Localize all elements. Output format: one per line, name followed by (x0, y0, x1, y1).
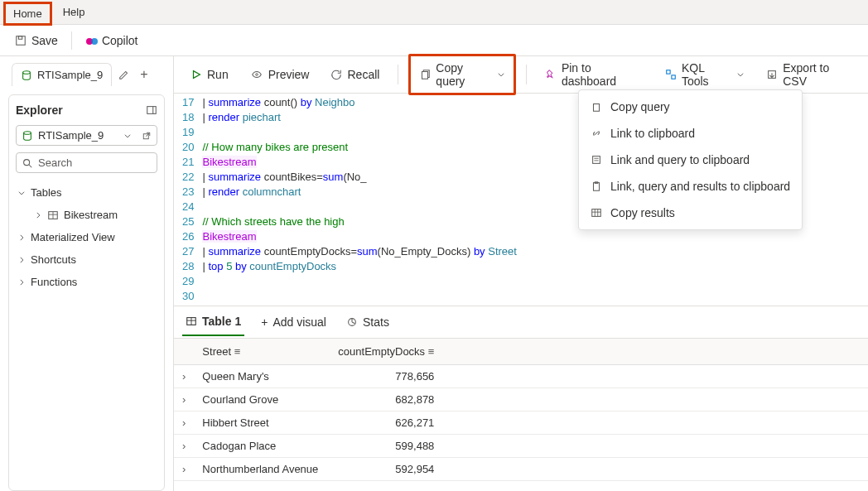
svg-line-10 (29, 164, 32, 167)
copy-query-dropdown: Copy query Link to clipboard Link and qu… (578, 89, 803, 230)
dropdown-label: Link to clipboard (610, 127, 695, 140)
dropdown-label: Copy results (610, 206, 675, 219)
external-link-icon[interactable] (142, 131, 152, 141)
link-icon (591, 128, 602, 139)
search-icon (22, 157, 33, 169)
run-button[interactable]: Run (182, 63, 237, 86)
results-tabbar: Table 1 + Add visual Stats (174, 306, 868, 339)
dropdown-label: Link, query and results to clipboard (610, 180, 790, 193)
tab-label: Table 1 (202, 315, 241, 328)
tree-tables[interactable]: Tables (16, 181, 157, 204)
dropdown-label: Link and query to clipboard (610, 153, 750, 166)
tree-functions[interactable]: Functions (16, 271, 157, 293)
pin-dashboard-button[interactable]: Pin to dashboard (537, 56, 652, 93)
svg-rect-15 (422, 72, 428, 79)
tree-shortcuts[interactable]: Shortcuts (16, 248, 157, 271)
tab-add-visual[interactable]: + Add visual (258, 309, 330, 335)
search-input[interactable]: Search (16, 152, 157, 173)
panel-collapse-icon[interactable] (146, 104, 157, 116)
dropdown-link-query[interactable]: Link and query to clipboard (579, 147, 802, 173)
copilot-label: Copilot (102, 34, 138, 47)
save-button[interactable]: Save (8, 31, 65, 51)
menu-home[interactable]: Home (3, 2, 52, 26)
export-csv-button[interactable]: Export to CSV (758, 56, 860, 93)
eye-icon (250, 69, 263, 80)
edit-tab-icon[interactable] (118, 69, 130, 80)
svg-point-7 (24, 131, 31, 134)
editor-gutter: 1718192021222324252627282930 (177, 94, 202, 306)
toolbar-separator (526, 65, 527, 84)
svg-rect-16 (667, 70, 670, 74)
toolbar-separator (398, 65, 398, 84)
explorer-tab-label: RTISample_9 (37, 69, 103, 81)
search-placeholder: Search (38, 156, 72, 169)
menubar: Home Help (0, 0, 868, 25)
query-toolbar: Run Preview Recall Copy query Pin to das… (174, 56, 868, 93)
kql-tools-button[interactable]: KQL Tools (657, 56, 753, 93)
svg-rect-0 (17, 36, 26, 45)
content-area: Run Preview Recall Copy query Pin to das… (174, 56, 868, 491)
table-icon (47, 209, 59, 221)
link-query-icon (591, 154, 602, 166)
recall-label: Recall (347, 68, 379, 81)
svg-rect-17 (672, 75, 675, 79)
svg-point-3 (91, 38, 98, 45)
play-icon (190, 69, 202, 80)
recall-button[interactable]: Recall (322, 63, 388, 86)
editor-code[interactable]: | summarize count() by Neighbo| render p… (202, 94, 516, 306)
copy-query-button[interactable]: Copy query (408, 54, 516, 95)
tab-table1[interactable]: Table 1 (182, 308, 244, 336)
explorer-header: Explorer (16, 103, 157, 117)
tab-stats[interactable]: Stats (343, 309, 393, 335)
menu-help[interactable]: Help (55, 2, 93, 22)
tree-materialized[interactable]: Materialized View (16, 226, 157, 248)
table-row[interactable]: ›Northumberland Avenue592,954 (174, 458, 868, 481)
tab-label: Add visual (272, 315, 326, 329)
svg-point-9 (24, 159, 30, 165)
save-icon (15, 35, 27, 46)
tree-label: Materialized View (31, 231, 115, 243)
export-icon (766, 69, 778, 80)
chevron-down-icon (736, 70, 745, 79)
dropdown-link[interactable]: Link to clipboard (579, 120, 802, 147)
chevron-down-icon (17, 189, 26, 197)
dropdown-copy-query[interactable]: Copy query (579, 94, 802, 120)
explorer-tab-bar: RTISample_9 + (0, 56, 173, 86)
chevron-down-icon (123, 132, 132, 140)
dropdown-link-query-results[interactable]: Link, query and results to clipboard (579, 173, 802, 200)
tree-bikestream[interactable]: Bikestream (16, 204, 157, 226)
database-name: RTISample_9 (38, 129, 104, 142)
sort-icon[interactable]: ≡ (428, 345, 435, 358)
chevron-down-icon (497, 70, 505, 79)
table-row[interactable]: ›Courland Grove682,878 (174, 388, 868, 412)
table-row[interactable]: ›Queen Mary's778,656 (174, 365, 868, 388)
add-tab-icon[interactable]: + (140, 67, 147, 82)
svg-rect-5 (147, 107, 157, 114)
toolbar: Save Copilot (0, 25, 868, 56)
results-table: Street ≡ countEmptyDocks ≡ ›Queen Mary's… (174, 339, 868, 481)
svg-point-4 (23, 70, 31, 74)
table-row[interactable]: ›Hibbert Street626,271 (174, 412, 868, 435)
copy-icon (591, 101, 602, 113)
preview-button[interactable]: Preview (242, 63, 318, 86)
table-row[interactable]: ›Cadogan Place599,488 (174, 435, 868, 458)
sort-icon[interactable]: ≡ (234, 345, 241, 358)
export-label: Export to CSV (783, 61, 851, 88)
dropdown-label: Copy query (610, 100, 670, 113)
copilot-icon (85, 35, 97, 46)
column-header-count[interactable]: countEmptyDocks (338, 345, 425, 358)
chevron-right-icon (17, 278, 26, 286)
run-label: Run (207, 68, 229, 81)
database-selector[interactable]: RTISample_9 (16, 125, 157, 146)
explorer-active-tab[interactable]: RTISample_9 (12, 63, 112, 86)
chevron-right-icon (34, 211, 42, 219)
toolbar-separator (71, 31, 72, 50)
tree-label: Shortcuts (31, 253, 76, 266)
dropdown-copy-results[interactable]: Copy results (579, 200, 802, 226)
explorer-title: Explorer (16, 103, 63, 117)
refresh-icon (330, 69, 342, 80)
copilot-button[interactable]: Copilot (79, 31, 145, 51)
svg-rect-1 (18, 36, 22, 39)
tools-icon (665, 69, 677, 80)
column-header-street[interactable]: Street (202, 345, 231, 358)
